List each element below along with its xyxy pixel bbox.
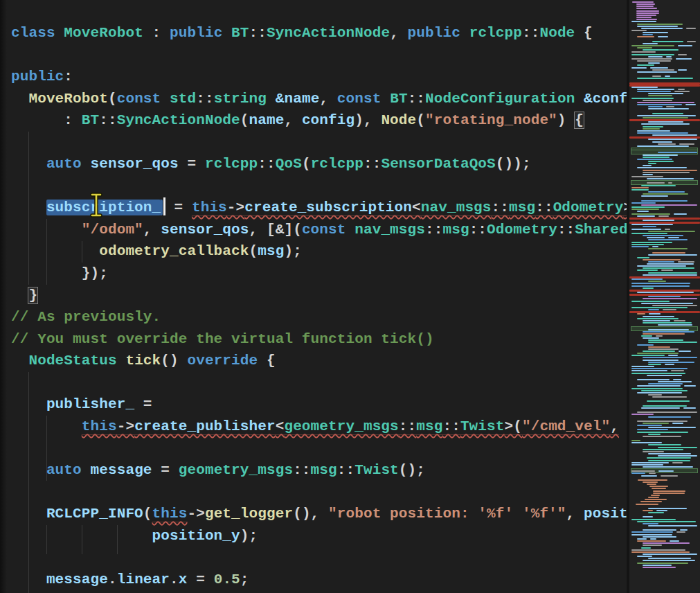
- minimap-line: [653, 490, 685, 492]
- code-token: rclcpp: [311, 156, 364, 172]
- minimap-line: [683, 407, 696, 409]
- minimap-line: [647, 457, 691, 459]
- code-token: :: [64, 69, 73, 85]
- minimap-line: [643, 466, 693, 468]
- code-token: nav_msgs: [421, 200, 492, 216]
- minimap-line: [641, 303, 693, 304]
- code-token: [381, 91, 390, 107]
- code-token: const: [337, 91, 382, 107]
- code-token: "robot position: '%f' '%f'": [328, 506, 566, 522]
- code-line[interactable]: // As previously.: [11, 306, 627, 328]
- code-line[interactable]: [11, 437, 627, 459]
- code-line[interactable]: auto sensor_qos = rclcpp::QoS(rclcpp::Se…: [11, 153, 627, 175]
- minimap-line: [631, 355, 665, 356]
- code-line[interactable]: // You must override the virtual functio…: [11, 328, 627, 351]
- code-line[interactable]: [11, 44, 627, 67]
- minimap-line: [637, 563, 688, 564]
- code-line[interactable]: auto message = geometry_msgs::msg::Twist…: [11, 459, 627, 481]
- minimap-line: [674, 320, 685, 321]
- code-line[interactable]: odometry_callback(msg);: [11, 240, 627, 263]
- code-token: .: [108, 572, 117, 587]
- code-line[interactable]: : BT::SyncActionNode(name, config), Node…: [11, 109, 627, 132]
- minimap-line: [648, 346, 670, 348]
- code-editor[interactable]: class MoveRobot : public BT::SyncActionN…: [0, 0, 627, 593]
- minimap-line: [648, 161, 674, 162]
- code-line[interactable]: MoveRobot(const std::string &name, const…: [11, 88, 627, 110]
- minimap-line: [643, 529, 676, 531]
- code-token: [222, 25, 231, 41]
- code-line[interactable]: [11, 372, 627, 394]
- code-line[interactable]: position_y);: [11, 525, 627, 547]
- code-line[interactable]: }: [11, 285, 627, 307]
- minimap-line: [637, 429, 668, 430]
- minimap-line: [648, 558, 691, 559]
- minimap-line: [631, 242, 672, 243]
- minimap-line: [647, 484, 657, 485]
- minimap-line: [652, 76, 661, 77]
- minimap-line: [643, 100, 672, 101]
- minimap-line: [661, 475, 678, 477]
- code-line[interactable]: publisher_ =: [11, 393, 627, 416]
- code-token: get_logger: [205, 506, 293, 522]
- code-token: config: [302, 112, 355, 128]
- code-token: [117, 353, 126, 369]
- minimap-line: [663, 309, 676, 310]
- code-token: [11, 572, 46, 587]
- code-token: // As previously.: [11, 309, 161, 325]
- code-line[interactable]: public:: [11, 66, 627, 88]
- minimap-line: [637, 556, 652, 557]
- code-token: position_y: [152, 528, 240, 544]
- minimap-line: [637, 24, 683, 25]
- code-token: 0.5: [214, 572, 240, 587]
- minimap-line: [641, 475, 657, 477]
- minimap-line: [631, 307, 688, 308]
- code-token: NodeStatus: [28, 353, 116, 369]
- code-line[interactable]: [11, 132, 627, 154]
- code-line[interactable]: message.linear.x = 0.5;: [11, 569, 627, 591]
- minimap-line: [631, 202, 656, 204]
- minimap-line: [631, 67, 647, 69]
- minimap-line: [631, 229, 661, 230]
- code-token: create_publisher: [134, 418, 276, 435]
- code-token: ::: [535, 200, 553, 216]
- minimap-line: [650, 538, 656, 540]
- code-line[interactable]: });: [11, 263, 627, 285]
- minimap-line: [653, 493, 685, 494]
- minimap-line: [665, 229, 670, 230]
- code-token: message: [91, 462, 152, 478]
- code-line[interactable]: class MoveRobot : public BT::SyncActionN…: [11, 22, 627, 44]
- minimap-line: [648, 460, 690, 461]
- minimap-line: [648, 108, 689, 109]
- minimap-line: [648, 525, 697, 526]
- minimap-line: [637, 344, 654, 346]
- minimap-line: [631, 442, 662, 443]
- minimap-line: [643, 157, 670, 158]
- minimap-line: [665, 364, 675, 365]
- minimap-line: [637, 313, 645, 315]
- code-token: // You must override the virtual functio…: [11, 331, 434, 347]
- code-token: msg: [416, 418, 442, 435]
- minimap-line: [679, 351, 691, 352]
- code-token: SharedPtr: [575, 222, 627, 238]
- code-token: [11, 353, 28, 369]
- code-token: [11, 156, 46, 172]
- code-token: [346, 222, 355, 238]
- code-token: [11, 506, 46, 522]
- code-line[interactable]: [11, 175, 627, 197]
- minimap-line: [637, 78, 693, 79]
- code-token: ,: [319, 91, 336, 107]
- code-line[interactable]: subscription_ = this->create_subscriptio…: [11, 197, 627, 219]
- minimap-line: [648, 339, 683, 341]
- code-line[interactable]: "/odom", sensor_qos, [&](const nav_msgs:…: [11, 219, 627, 241]
- code-line[interactable]: [11, 481, 627, 503]
- minimap-line: [648, 427, 696, 428]
- code-token: ->: [187, 506, 204, 522]
- code-line[interactable]: NodeStatus tick() override {: [11, 350, 627, 372]
- minimap-line: [648, 364, 661, 365]
- minimap[interactable]: [629, 0, 700, 593]
- code-line[interactable]: RCLCPP_INFO(this->get_logger(), "robot p…: [11, 503, 627, 525]
- minimap-line: [637, 265, 686, 267]
- code-line[interactable]: this->create_publisher<geometry_msgs::ms…: [11, 416, 627, 438]
- code-token: ,: [143, 222, 161, 238]
- code-line[interactable]: [11, 547, 627, 569]
